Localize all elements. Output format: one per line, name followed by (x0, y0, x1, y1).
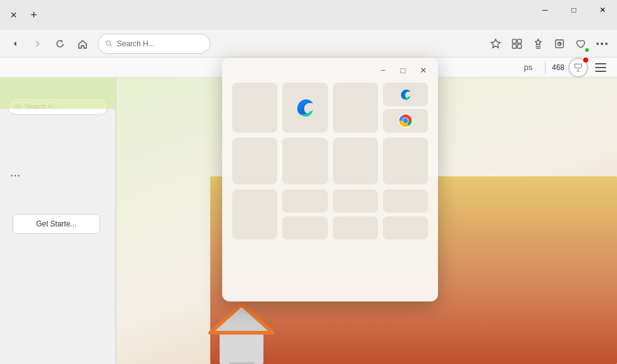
popup-minimize-button[interactable]: − (375, 63, 390, 78)
svg-point-0 (106, 41, 111, 45)
popup-title-bar: − □ ✕ (222, 58, 438, 83)
grid-cell-1-3[interactable] (333, 83, 378, 133)
grid-cell-1-4-bottom[interactable] (383, 109, 428, 133)
home-button[interactable] (73, 34, 93, 54)
grid-cell-1-4-top[interactable] (383, 83, 428, 106)
trophy-button[interactable] (568, 58, 588, 78)
sidebar-more-button[interactable]: ... (10, 165, 21, 179)
grid-cell-3-3-top[interactable] (333, 190, 378, 213)
popup-grid-row-1 (222, 83, 438, 138)
grid-col-3-4 (383, 190, 428, 240)
reading-list-button[interactable] (528, 34, 548, 54)
window-maximize-button[interactable]: □ (559, 0, 588, 20)
chrome-icon (398, 113, 413, 128)
right-toolbar-area (481, 30, 617, 58)
svg-marker-14 (210, 305, 273, 333)
tab-bar: ✕ + ─ □ ✕ (0, 0, 617, 30)
tab-grid-button[interactable] (507, 34, 527, 54)
svg-point-9 (596, 43, 599, 45)
browser-background: ✕ + ─ □ ✕ Search H... (0, 0, 617, 364)
grid-cell-2-2[interactable] (282, 138, 327, 185)
hamburger-line-3 (595, 71, 606, 72)
grid-cell-3-4-top[interactable] (383, 190, 428, 213)
actions-divider (545, 61, 546, 74)
window-close-button[interactable]: ✕ (588, 0, 617, 20)
score-display: 468 (552, 63, 564, 72)
grid-col-3-2 (282, 190, 327, 240)
favorites-button[interactable] (486, 34, 506, 54)
get-started-button[interactable]: Get Starte... (13, 214, 100, 234)
svg-point-20 (403, 118, 408, 123)
right-actions-bar: 468 (538, 58, 617, 78)
popup-maximize-button[interactable]: □ (395, 63, 410, 78)
grid-cell-3-2-bot[interactable] (282, 216, 327, 240)
forward-button[interactable] (28, 34, 48, 54)
hamburger-line-2 (595, 67, 606, 68)
svg-rect-16 (232, 342, 251, 364)
grid-cell-1-2[interactable] (282, 83, 327, 133)
svg-rect-4 (518, 44, 521, 48)
app-grid-popup: − □ ✕ (222, 58, 438, 301)
grid-cell-1-1[interactable] (232, 83, 277, 133)
popup-close-icon: ✕ (420, 66, 427, 75)
svg-point-10 (601, 43, 603, 45)
sidebar-more-icon: ... (10, 165, 21, 179)
collections-button[interactable] (549, 34, 569, 54)
hamburger-line-1 (595, 63, 606, 64)
svg-rect-3 (512, 44, 516, 48)
grid-cell-3-4-bot[interactable] (383, 216, 428, 240)
popup-minimize-icon: − (380, 66, 385, 75)
window-minimize-button[interactable]: ─ (531, 0, 559, 20)
svg-point-11 (605, 43, 608, 45)
svg-rect-1 (512, 39, 516, 43)
sidebar-header-bg (0, 78, 116, 109)
health-button[interactable] (571, 34, 591, 54)
search-placeholder: Search H... (117, 39, 155, 48)
house-icon (204, 295, 279, 364)
svg-rect-2 (518, 39, 521, 43)
edge-small-icon (398, 87, 413, 102)
back-button[interactable] (5, 34, 25, 54)
grid-cell-3-2-top[interactable] (282, 190, 327, 213)
grid-col-3-3 (333, 190, 378, 240)
get-started-label: Get Starte... (36, 220, 77, 228)
popup-grid-row-3 (222, 190, 438, 250)
new-tab-icon: + (31, 9, 38, 22)
more-button[interactable] (592, 34, 612, 54)
grid-cell-2-3[interactable] (333, 138, 378, 185)
grid-cell-3-3-bot[interactable] (333, 216, 378, 240)
bookmarks-menu-button[interactable]: ps (524, 63, 533, 72)
grid-cell-2-1[interactable] (232, 138, 277, 185)
refresh-button[interactable] (50, 34, 70, 54)
popup-maximize-icon: □ (400, 66, 405, 75)
tab-close-icon: ✕ (10, 10, 18, 20)
hamburger-menu-button[interactable] (592, 59, 609, 76)
popup-grid-row-2 (222, 138, 438, 190)
grid-cell-1-4-stack (383, 83, 428, 133)
new-tab-button[interactable]: + (25, 6, 43, 24)
trophy-badge (583, 58, 588, 63)
grid-cell-3-1[interactable] (232, 190, 277, 240)
grid-cell-2-4[interactable] (383, 138, 428, 185)
tab-close-button[interactable]: ✕ (5, 6, 23, 24)
sidebar: Search H... ... Get Starte... (0, 78, 116, 364)
popup-close-button[interactable]: ✕ (416, 63, 431, 78)
search-icon (105, 39, 113, 48)
browser-toolbar: Search H... (0, 30, 617, 58)
edge-icon (292, 95, 317, 120)
health-badge (584, 48, 589, 53)
address-bar[interactable]: Search H... (98, 34, 210, 54)
